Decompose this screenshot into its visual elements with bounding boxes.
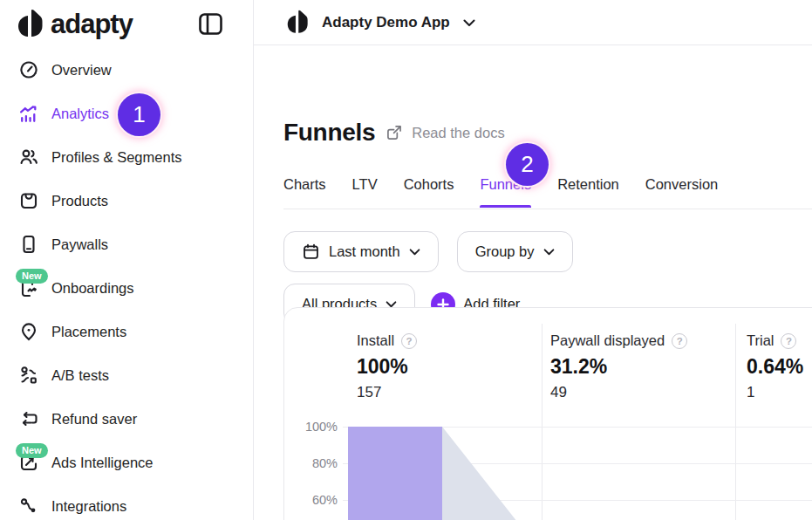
tab-retention[interactable]: Retention [557,176,619,208]
sidebar-item-profiles-segments[interactable]: Profiles & Segments [0,135,253,179]
new-badge: New [16,443,48,458]
tab-cohorts[interactable]: Cohorts [404,176,454,208]
sidebar-item-label: Placements [51,324,126,340]
sidebar: adapty Overview [0,0,254,520]
phone-icon [17,234,39,256]
sidebar-item-overview[interactable]: Overview [0,48,253,92]
funnel-step-count: 49 [550,384,687,401]
funnel-step-label: Install [357,332,394,349]
connector-polygon [442,427,542,520]
tab-ltv[interactable]: LTV [352,176,378,208]
y-axis-tick: 60% [284,493,338,507]
sidebar-item-label: A/B tests [51,367,109,384]
sidebar-item-onboardings[interactable]: New Onboardings [0,266,253,310]
tab-conversion[interactable]: Conversion [645,176,718,208]
gauge-icon [17,59,39,81]
funnel-step-paywall-displayed: Paywall displayed ? 31.2% 49 [550,332,687,401]
new-badge: New [16,269,48,284]
sidebar-item-label: Ads Intelligence [51,455,154,471]
funnel-step-percent: 0.64% [747,355,803,379]
funnel-step-percent: 31.2% [550,355,687,379]
funnel-step-label: Trial [747,332,774,349]
tabs: Charts LTV Cohorts Funnels Retention Con… [283,176,718,208]
funnel-step-trial: Trial ? 0.64% 1 [747,332,803,401]
map-pin-icon [17,321,39,343]
funnel-step-count: 1 [747,384,803,401]
date-range-value: Last month [329,243,400,260]
funnel-step-percent: 100% [357,355,417,379]
app-name: Adapty Demo App [322,14,450,31]
chevron-down-icon [409,249,420,256]
help-icon[interactable]: ? [672,333,687,349]
help-icon[interactable]: ? [401,333,417,349]
annotation-step-2: 2 [506,143,549,186]
sidebar-item-label: Overview [51,62,112,79]
y-axis-tick: 80% [284,456,338,470]
funnel-bar-install [348,427,442,520]
funnel-step-install: Install ? 100% 157 [357,332,417,401]
tabs-divider [283,209,812,209]
app-switcher[interactable]: Adapty Demo App [286,7,475,38]
external-link-icon [386,124,403,141]
sidebar-item-label: Profiles & Segments [51,149,181,166]
sidebar-item-label: Integrations [51,498,126,515]
calendar-icon [302,243,320,261]
funnel-step-label: Paywall displayed [550,332,665,349]
sidebar-item-ab-tests[interactable]: A/B tests [0,353,253,397]
bag-icon [17,190,39,212]
group-by-value: Group by [475,243,535,260]
read-the-docs-link[interactable]: Read the docs [386,124,504,141]
sidebar-item-placements[interactable]: Placements [0,310,253,353]
sidebar-collapse-button[interactable] [197,11,223,36]
tab-charts[interactable]: Charts [283,176,326,208]
sidebar-item-integrations[interactable]: Integrations [0,484,253,520]
analytics-icon [17,103,39,125]
integrations-icon [17,496,39,517]
funnel-chart-card: Install ? 100% 157 Paywall displayed ? 3… [283,307,812,520]
adapty-logo[interactable]: adapty [17,7,133,42]
funnel-step-count: 157 [357,384,417,401]
sidebar-item-label: Refund saver [51,411,137,428]
read-the-docs-label: Read the docs [412,125,504,141]
chevron-down-icon [463,19,475,27]
sidebar-item-label: Products [51,193,108,209]
sidebar-item-ads-intelligence[interactable]: New Ads Intelligence [0,441,253,484]
adapty-logo-icon [17,9,43,40]
sidebar-item-products[interactable]: Products [0,179,253,222]
sidebar-item-refund-saver[interactable]: Refund saver [0,397,253,441]
refund-arrows-icon [17,408,39,430]
people-icon [17,147,39,168]
date-range-select[interactable]: Last month [283,231,439,272]
sidebar-item-label: Onboardings [51,280,133,297]
sidebar-item-paywalls[interactable]: Paywalls [0,222,253,266]
main-content: Funnels Read the docs Charts LTV Cohorts… [254,45,812,520]
sidebar-item-label: Paywalls [51,236,108,253]
topbar: Adapty Demo App [254,0,812,45]
chevron-down-icon [543,249,555,256]
page-title: Funnels [283,119,375,147]
funnel-connector-shape [442,427,812,520]
group-by-select[interactable]: Group by [457,231,573,272]
help-icon[interactable]: ? [781,333,796,349]
y-axis-tick: 100% [284,420,338,434]
adapty-wordmark: adapty [51,9,133,40]
ab-test-icon [17,365,39,387]
adapty-logo-icon [286,10,309,36]
sidebar-collapse-icon [199,13,222,35]
annotation-step-1: 1 [118,93,160,136]
sidebar-item-label: Analytics [51,106,109,122]
